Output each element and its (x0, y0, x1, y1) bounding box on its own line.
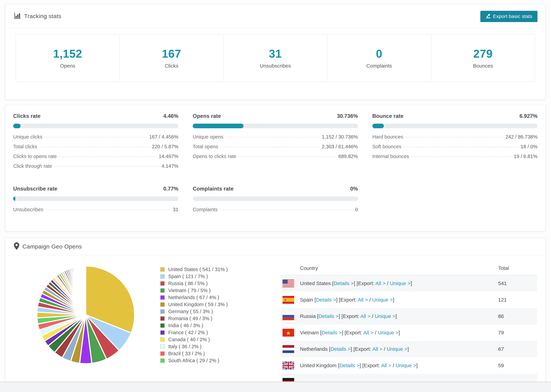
legend-item-south-africa[interactable]: South Africa ( 29 / 2% ) (160, 357, 228, 364)
stat-value: 31 (269, 47, 282, 60)
export-unique-link[interactable]: Unique > (390, 280, 410, 286)
rate-detail-row: Total clicks220 / 5.87% (13, 144, 178, 154)
dotted-leader (45, 210, 171, 210)
summary-stat-opens: 1,152Opens (16, 34, 120, 82)
details-link[interactable]: Details > (318, 313, 339, 319)
rate-detail-value: 2,303 / 61.446% (322, 144, 358, 149)
stat-value: 279 (473, 47, 493, 60)
summary-stat-unsubscribes: 31Unsubscribes (223, 34, 327, 82)
details-link[interactable]: Details > (339, 363, 360, 368)
rate-value: 4.46% (163, 113, 178, 119)
export-icon (486, 13, 491, 20)
details-link[interactable]: Details > (322, 330, 342, 335)
country-flag-de (283, 378, 294, 382)
legend-item-romania[interactable]: Romania ( 49 / 3% ) (160, 315, 228, 322)
progress-bar-fill (372, 124, 384, 128)
table-row-russia: Russia [Details >] [Export: All > / Uniq… (281, 308, 537, 324)
export-unique-link[interactable]: Unique > (372, 297, 393, 302)
export-all-link[interactable]: All > (372, 346, 382, 352)
rate-detail-row: Internal bounces19 / 6.81% (372, 154, 537, 163)
rate-detail-label: Unique clicks (13, 134, 42, 140)
legend-item-india[interactable]: India ( 46 / 3% ) (160, 322, 228, 329)
dotted-leader (411, 156, 512, 157)
legend-item-france[interactable]: France ( 42 / 2% ) (160, 329, 228, 336)
legend-item-vietnam[interactable]: Vietnam ( 79 / 5% ) (160, 287, 228, 294)
rate-detail-rows: Hard bounces242 / 86.738%Soft bounces18 … (372, 134, 537, 163)
legend-item-spain[interactable]: Spain ( 121 / 7% ) (160, 273, 228, 280)
rate-detail-value: 167 / 4.456% (149, 134, 178, 140)
map-pin-icon (14, 242, 19, 251)
progress-bar-fill (13, 124, 21, 128)
rate-detail-label: Hard bounces (372, 134, 403, 140)
country-flag-vn (283, 329, 294, 336)
dotted-leader (59, 156, 157, 157)
legend-label: United Kingdom ( 59 / 3% ) (168, 302, 228, 307)
progress-bar-track (193, 196, 358, 201)
export-basic-stats-button[interactable]: Export basic stats (480, 11, 537, 22)
geo-table-body: United States [Details >] [Export: All >… (281, 275, 537, 382)
details-link[interactable]: Details > (330, 346, 351, 352)
legend-label: Italy ( 36 / 2% ) (168, 344, 202, 350)
rate-detail-value: 689.82% (338, 154, 358, 159)
country-cell: United Kingdom [Details >] [Export: All … (300, 363, 498, 368)
total-cell: 67 (498, 346, 537, 352)
rate-value: 0.77% (163, 186, 178, 192)
legend-label: South Africa ( 29 / 2% ) (168, 358, 219, 364)
legend-item-canada[interactable]: Canada ( 40 / 2% ) (160, 336, 228, 343)
export-all-link[interactable]: All > (363, 330, 373, 335)
export-unique-link[interactable]: Unique > (387, 346, 407, 352)
legend-swatch (160, 323, 165, 328)
export-all-link[interactable]: All > (358, 297, 368, 302)
rate-title: Bounce rate (372, 113, 403, 119)
rate-detail-row: Total opens2,303 / 61.446% (193, 144, 358, 154)
rate-detail-row: Unique clicks167 / 4.456% (13, 134, 178, 144)
export-unique-link[interactable]: Unique > (396, 363, 416, 368)
dotted-leader (39, 147, 150, 147)
details-link[interactable]: Details > (316, 297, 336, 302)
legend-item-germany[interactable]: Germany ( 55 / 3% ) (160, 308, 228, 315)
country-cell: United States [Details >] [Export: All >… (300, 280, 498, 286)
dotted-leader (405, 137, 503, 137)
legend-label: Russia ( 86 / 5% ) (168, 281, 208, 286)
rate-panel-bounce-rate: Bounce rate6.927%Hard bounces242 / 86.73… (372, 113, 537, 173)
export-unique-link[interactable]: Unique > (378, 330, 399, 335)
rate-value: 6.927% (520, 113, 537, 119)
legend-item-brazil[interactable]: Brazil ( 33 / 2% ) (160, 350, 228, 357)
rate-detail-label: Total opens (193, 144, 218, 149)
legend-item-netherlands[interactable]: Netherlands ( 67 / 4% ) (160, 294, 228, 301)
summary-stats-row: 1,152Opens167Clicks31Unsubscribes0Compla… (15, 34, 535, 82)
table-row-united-states: United States [Details >] [Export: All >… (281, 275, 537, 292)
rate-detail-label: Click through rate (13, 163, 52, 169)
details-link[interactable]: Details > (334, 280, 354, 286)
rate-panel-head: Bounce rate6.927% (372, 113, 537, 119)
rate-title: Clicks rate (13, 113, 41, 119)
progress-bar-fill (13, 196, 15, 201)
export-all-link[interactable]: All > (360, 313, 370, 319)
rate-detail-value: 31 (173, 207, 178, 212)
country-cell: Russia [Details >] [Export: All > / Uniq… (300, 313, 498, 319)
rate-detail-row: Opens to clicks rate689.82% (193, 154, 358, 163)
legend-swatch (160, 316, 165, 321)
export-all-link[interactable]: All > (381, 363, 391, 368)
legend-item-united-kingdom[interactable]: United Kingdom ( 59 / 3% ) (160, 301, 228, 308)
geo-opens-pie-chart (34, 264, 137, 366)
table-row-spain: Spain [Details >] [Export: All > / Uniqu… (281, 292, 537, 308)
country-cell: Spain [Details >] [Export: All > / Uniqu… (300, 297, 498, 303)
geo-opens-title: Campaign Geo Opens (22, 243, 82, 250)
legend-item-russia[interactable]: Russia ( 86 / 5% ) (160, 280, 228, 287)
pie-slice-other[interactable] (85, 266, 86, 315)
dotted-leader (238, 156, 336, 157)
export-unique-link[interactable]: Unique > (375, 313, 396, 319)
legend-label: France ( 42 / 2% ) (168, 330, 208, 335)
rate-detail-value: 14.497% (159, 154, 178, 159)
legend-item-united-states[interactable]: United States ( 541 / 31% ) (160, 266, 228, 273)
summary-stat-complaints: 0Complaints (327, 34, 431, 82)
rate-panel-opens-rate: Opens rate30.736%Unique opens1,152 / 30.… (193, 113, 358, 173)
stat-value: 1,152 (53, 47, 82, 60)
rate-detail-row: Clicks to opens rate14.497% (13, 154, 178, 163)
rate-title: Complaints rate (193, 186, 233, 192)
rate-title: Unsubscribe rate (13, 186, 57, 192)
export-all-link[interactable]: All > (375, 280, 386, 286)
legend-item-italy[interactable]: Italy ( 36 / 2% ) (160, 343, 228, 350)
legend-label: Spain ( 121 / 7% ) (168, 274, 208, 279)
